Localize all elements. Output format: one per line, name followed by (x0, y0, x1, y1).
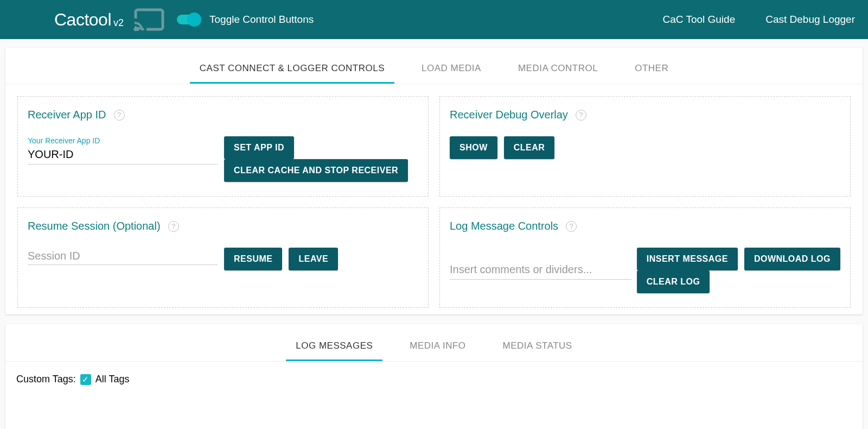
panel-receiver-debug-overlay: Receiver Debug Overlay ? SHOW CLEAR (439, 96, 851, 197)
link-cac-tool-guide[interactable]: CaC Tool Guide (662, 14, 735, 26)
receiver-app-id-input[interactable] (28, 146, 218, 165)
tab-load-media[interactable]: LOAD MEDIA (419, 56, 483, 84)
cast-icon (132, 7, 166, 33)
show-overlay-button[interactable]: SHOW (450, 136, 497, 159)
tab-media-info[interactable]: MEDIA INFO (407, 334, 468, 361)
panel-title-receiver-app: Receiver App ID (28, 109, 106, 121)
lower-card: LOG MESSAGES MEDIA INFO MEDIA STATUS Cus… (5, 324, 863, 429)
clear-log-button[interactable]: CLEAR LOG (637, 270, 710, 293)
help-icon[interactable]: ? (168, 221, 179, 232)
panel-title-resume-session: Resume Session (Optional) (28, 220, 161, 232)
panel-receiver-app-id: Receiver App ID ? Your Receiver App ID S… (17, 96, 429, 197)
svg-point-2 (134, 28, 137, 31)
clear-cache-stop-button[interactable]: CLEAR CACHE AND STOP RECEIVER (224, 159, 408, 182)
all-tags-checkbox[interactable]: ✓ (80, 374, 91, 385)
insert-message-button[interactable]: INSERT MESSAGE (637, 248, 738, 270)
tab-log-messages[interactable]: LOG MESSAGES (293, 334, 375, 361)
main-tabs: CAST CONNECT & LOGGER CONTROLS LOAD MEDI… (5, 48, 863, 84)
log-message-input[interactable] (450, 261, 631, 280)
panel-log-message-controls: Log Message Controls ? INSERT MESSAGE DO… (439, 207, 851, 308)
lower-tabs: LOG MESSAGES MEDIA INFO MEDIA STATUS (5, 324, 863, 362)
panels-grid: Receiver App ID ? Your Receiver App ID S… (5, 84, 863, 308)
tab-media-control[interactable]: MEDIA CONTROL (516, 56, 600, 84)
help-icon[interactable]: ? (114, 110, 125, 121)
leave-button[interactable]: LEAVE (289, 248, 338, 270)
custom-tags-label: Custom Tags: (16, 374, 76, 385)
toggle-label: Toggle Control Buttons (209, 14, 314, 26)
panel-title-debug-overlay: Receiver Debug Overlay (450, 109, 568, 121)
panel-resume-session: Resume Session (Optional) ? RESUME LEAVE (17, 207, 429, 308)
main-card: CAST CONNECT & LOGGER CONTROLS LOAD MEDI… (5, 48, 863, 314)
help-icon[interactable]: ? (576, 110, 586, 121)
tab-media-status[interactable]: MEDIA STATUS (501, 334, 575, 361)
tab-cast-connect[interactable]: CAST CONNECT & LOGGER CONTROLS (197, 56, 387, 84)
download-log-button[interactable]: DOWNLOAD LOG (744, 248, 840, 270)
tab-other[interactable]: OTHER (633, 56, 671, 84)
receiver-app-id-label: Your Receiver App ID (28, 136, 218, 145)
help-icon[interactable]: ? (566, 221, 577, 232)
toggle-switch[interactable] (177, 15, 200, 24)
app-title: Cactool (54, 10, 111, 30)
session-id-input[interactable] (28, 248, 218, 265)
clear-overlay-button[interactable]: CLEAR (504, 136, 555, 159)
app-header: Cactool v2 Toggle Control Buttons CaC To… (0, 0, 868, 39)
panel-title-log-controls: Log Message Controls (450, 220, 558, 232)
resume-button[interactable]: RESUME (224, 248, 282, 270)
link-cast-debug-logger[interactable]: Cast Debug Logger (765, 14, 855, 26)
set-app-id-button[interactable]: SET APP ID (224, 136, 294, 159)
app-subtitle: v2 (113, 17, 124, 29)
toggle-control-buttons[interactable]: Toggle Control Buttons (177, 14, 314, 26)
all-tags-label: All Tags (95, 374, 130, 385)
